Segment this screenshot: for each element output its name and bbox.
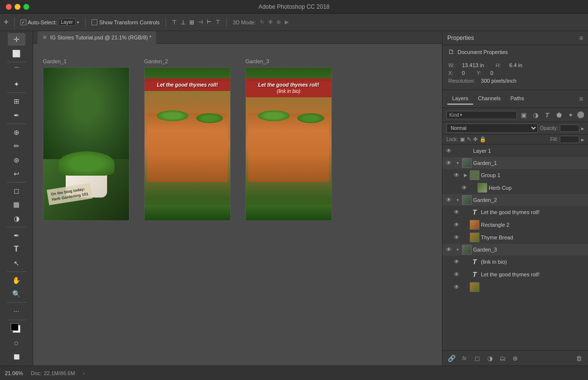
- visibility-eye-layer1[interactable]: 👁: [444, 146, 453, 155]
- artboard-garden3[interactable]: Let the good thymes roll! (link in bio): [245, 67, 332, 221]
- lock-all-icon[interactable]: 🔒: [479, 136, 486, 143]
- path-select-btn[interactable]: ↖: [8, 257, 25, 270]
- expand-rect2[interactable]: [462, 222, 468, 228]
- delete-layer-btn[interactable]: 🗑: [573, 353, 584, 363]
- layer-item-thymes-g3[interactable]: 👁 T Let the good thymes roll!: [442, 268, 588, 281]
- expand-linkinbio[interactable]: [462, 259, 468, 265]
- layer-item-herbcup[interactable]: 👁 Herb Cup: [442, 181, 588, 194]
- fill-input[interactable]: 100%: [560, 136, 579, 143]
- zoom-tool-btn[interactable]: 🔍: [8, 288, 25, 300]
- adjustment-filter-icon[interactable]: ◑: [531, 110, 540, 120]
- visibility-linkinbio[interactable]: 👁: [452, 257, 461, 266]
- new-layer-btn[interactable]: ⊕: [510, 353, 520, 363]
- opacity-stepper[interactable]: ▸: [581, 125, 584, 132]
- layers-menu-icon[interactable]: ≡: [579, 95, 583, 103]
- threed-camera-icon[interactable]: ▶: [285, 19, 289, 25]
- auto-select-toggle[interactable]: ✓ Auto-Select: Layer ▾: [20, 18, 79, 26]
- tab-layers[interactable]: Layers: [447, 93, 473, 105]
- spot-heal-btn[interactable]: ⊕: [8, 126, 25, 139]
- layer-item-thymebread[interactable]: 👁 Thyme Bread: [442, 231, 588, 244]
- clone-stamp-btn[interactable]: ⊛: [8, 153, 25, 166]
- align-bottom-icon[interactable]: ⊞: [189, 19, 194, 26]
- visibility-garden3[interactable]: 👁: [444, 245, 453, 254]
- layer-kind-select[interactable]: Kind ▾: [446, 111, 517, 119]
- dodge-btn[interactable]: ◑: [8, 212, 25, 225]
- expand-thymes-g2[interactable]: [462, 209, 468, 215]
- visibility-thymes-g2[interactable]: 👁: [452, 208, 461, 217]
- threed-pan-icon[interactable]: ✤: [268, 19, 273, 25]
- eyedropper-btn[interactable]: ✒: [8, 109, 25, 121]
- visibility-rect2[interactable]: 👁: [452, 220, 461, 229]
- visibility-group1[interactable]: 👁: [452, 171, 461, 180]
- auto-select-value[interactable]: Layer: [58, 18, 75, 26]
- threed-zoom-icon[interactable]: ⊕: [276, 19, 281, 25]
- lock-pixel-icon[interactable]: ▣: [460, 136, 465, 143]
- lock-position-icon[interactable]: ✎: [467, 136, 471, 143]
- expand-group1[interactable]: ▶: [462, 172, 468, 178]
- tab-channels[interactable]: Channels: [473, 93, 505, 105]
- align-left-icon[interactable]: ⊣: [198, 19, 203, 25]
- ellipsis-btn[interactable]: ···: [8, 305, 25, 317]
- fill-stepper[interactable]: ▸: [581, 136, 584, 143]
- layer-group-garden2[interactable]: 👁 ▾ Garden_2: [442, 194, 588, 206]
- lock-artboard-icon[interactable]: ✤: [473, 136, 478, 143]
- layer-item-thymes-g2[interactable]: 👁 T Let the good thymes roll!: [442, 206, 588, 218]
- artboard-garden1[interactable]: On the blog today: Herb Gardening 101: [43, 67, 129, 221]
- align-vcenter-icon[interactable]: ⊥: [181, 19, 185, 26]
- maximize-button[interactable]: [23, 4, 29, 10]
- adjustment-btn[interactable]: ◑: [484, 353, 495, 363]
- blend-mode-select[interactable]: Normal: [446, 124, 538, 133]
- align-top-icon[interactable]: ⊤: [172, 19, 177, 26]
- pixel-filter-icon[interactable]: ▣: [519, 110, 529, 120]
- type-filter-icon[interactable]: T: [542, 110, 552, 120]
- brush-tool-btn[interactable]: ✏: [8, 140, 25, 152]
- minimize-button[interactable]: [15, 4, 20, 10]
- screen-mode-btn[interactable]: ⬜: [8, 350, 25, 363]
- fx-btn[interactable]: fx: [459, 353, 470, 363]
- move-tool[interactable]: ✛: [4, 19, 8, 25]
- expand-layer1[interactable]: [455, 148, 460, 154]
- mask-btn[interactable]: ◻: [472, 353, 482, 363]
- layer-item-rect2[interactable]: 👁 Rectangle 2: [442, 218, 588, 231]
- visibility-extra[interactable]: 👁: [452, 283, 461, 291]
- visibility-garden2[interactable]: 👁: [444, 196, 453, 204]
- artboard-garden2[interactable]: Let the good thymes roll!: [144, 67, 231, 221]
- color-swatches[interactable]: [9, 323, 24, 335]
- tab-close-icon[interactable]: ✕: [42, 34, 47, 41]
- kind-dropdown-arrow[interactable]: ▾: [460, 112, 462, 117]
- close-button[interactable]: [6, 4, 12, 10]
- history-brush-btn[interactable]: ↩: [8, 167, 25, 180]
- visibility-thymes-g3[interactable]: 👁: [452, 270, 461, 279]
- document-tab[interactable]: ✕ IG Stories Tutorial.psd @ 21.1% (RGB/8…: [37, 31, 157, 44]
- lasso-tool-btn[interactable]: ⌒: [8, 64, 25, 77]
- expand-thymebread[interactable]: [462, 235, 468, 240]
- properties-menu-icon[interactable]: ≡: [579, 34, 583, 42]
- filter-toggle[interactable]: [577, 111, 584, 118]
- layer-item-linkinbio[interactable]: 👁 T (link in bio): [442, 255, 588, 268]
- type-tool-btn[interactable]: T: [8, 243, 25, 255]
- opacity-input[interactable]: 100%: [560, 125, 579, 132]
- new-group-btn[interactable]: 🗂: [497, 353, 508, 363]
- canvas-content[interactable]: Garden_1 On: [33, 44, 442, 365]
- expand-herbcup[interactable]: [470, 185, 476, 191]
- layer-item-extra[interactable]: 👁: [442, 281, 588, 293]
- move-tool-btn[interactable]: ✛: [8, 33, 25, 46]
- status-arrow[interactable]: ›: [83, 370, 85, 376]
- smart-filter-icon[interactable]: ✦: [566, 110, 575, 120]
- visibility-garden1[interactable]: 👁: [444, 159, 453, 167]
- visibility-thymebread[interactable]: 👁: [452, 233, 461, 242]
- layer-group-garden3[interactable]: 👁 ▾ Garden_3: [442, 244, 588, 255]
- threed-rotate-icon[interactable]: ↻: [260, 19, 264, 25]
- quick-mask-btn[interactable]: ⬡: [8, 337, 25, 349]
- shape-filter-icon[interactable]: ⬟: [554, 110, 564, 120]
- tab-paths[interactable]: Paths: [506, 93, 529, 105]
- show-transform-toggle[interactable]: Show Transform Controls: [92, 19, 160, 25]
- layer-item-group1[interactable]: 👁 ▶ Group 1: [442, 169, 588, 181]
- add-link-btn[interactable]: 🔗: [446, 353, 457, 363]
- expand-extra[interactable]: [462, 284, 468, 290]
- pen-tool-btn[interactable]: ✒: [8, 229, 25, 242]
- align-hcenter-icon[interactable]: ⊢: [207, 19, 212, 25]
- magic-wand-btn[interactable]: ✦: [8, 78, 25, 90]
- marquee-tool-btn[interactable]: ⬜: [8, 47, 25, 59]
- expand-garden2[interactable]: ▾: [455, 197, 460, 203]
